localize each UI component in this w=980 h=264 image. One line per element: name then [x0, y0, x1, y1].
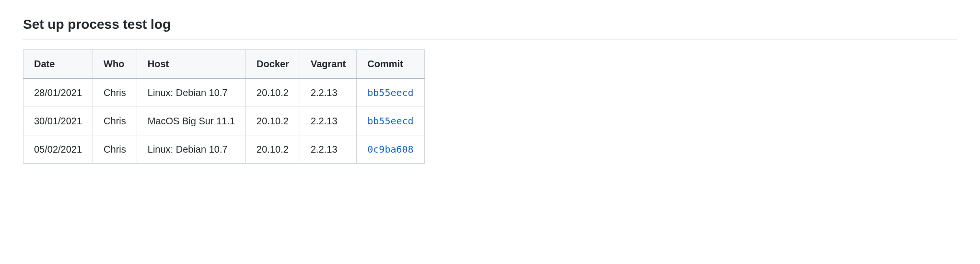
cell-commit: 0c9ba608	[357, 135, 424, 164]
cell-host: Linux: Debian 10.7	[137, 78, 245, 107]
cell-docker: 20.10.2	[246, 78, 300, 107]
commit-link[interactable]: 0c9ba608	[367, 144, 413, 155]
table-row: 05/02/2021 Chris Linux: Debian 10.7 20.1…	[23, 135, 425, 164]
test-log-table: Date Who Host Docker Vagrant Commit 28/0…	[23, 49, 425, 164]
cell-date: 05/02/2021	[23, 135, 93, 164]
col-header-docker: Docker	[246, 50, 300, 79]
table-header-row: Date Who Host Docker Vagrant Commit	[23, 50, 425, 79]
cell-commit: bb55eecd	[357, 107, 424, 135]
cell-vagrant: 2.2.13	[300, 107, 356, 135]
cell-vagrant: 2.2.13	[300, 135, 356, 164]
cell-who: Chris	[93, 135, 137, 164]
table-row: 28/01/2021 Chris Linux: Debian 10.7 20.1…	[23, 78, 425, 107]
page-title: Set up process test log	[23, 14, 957, 40]
col-header-who: Who	[93, 50, 137, 79]
col-header-host: Host	[137, 50, 245, 79]
cell-vagrant: 2.2.13	[300, 78, 356, 107]
cell-docker: 20.10.2	[246, 135, 300, 164]
cell-who: Chris	[93, 78, 137, 107]
table-row: 30/01/2021 Chris MacOS Big Sur 11.1 20.1…	[23, 107, 425, 135]
col-header-commit: Commit	[357, 50, 424, 79]
cell-docker: 20.10.2	[246, 107, 300, 135]
commit-link[interactable]: bb55eecd	[367, 115, 413, 127]
cell-who: Chris	[93, 107, 137, 135]
cell-commit: bb55eecd	[357, 78, 424, 107]
cell-host: MacOS Big Sur 11.1	[137, 107, 245, 135]
col-header-date: Date	[23, 50, 93, 79]
cell-date: 28/01/2021	[23, 78, 93, 107]
col-header-vagrant: Vagrant	[300, 50, 356, 79]
cell-date: 30/01/2021	[23, 107, 93, 135]
commit-link[interactable]: bb55eecd	[367, 87, 413, 98]
cell-host: Linux: Debian 10.7	[137, 135, 245, 164]
